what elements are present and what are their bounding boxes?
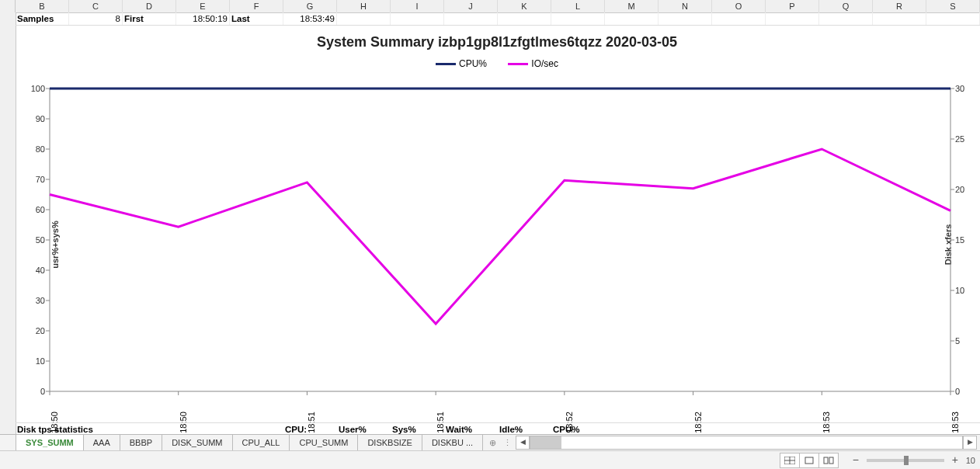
chart-object[interactable]: System Summary izbp1gp8l1zfgtlmes6tqzz 2… (19, 26, 975, 432)
column-heading-C[interactable]: C (69, 0, 123, 12)
legend-label: CPU% (459, 58, 487, 69)
column-heading-F[interactable]: F (230, 0, 283, 12)
column-heading-N[interactable]: N (659, 0, 712, 12)
column-heading-P[interactable]: P (766, 0, 819, 12)
legend-label: IO/sec (531, 58, 558, 69)
sheet-tab-disksumm[interactable]: DISK_SUMM (162, 435, 232, 450)
view-normal-button[interactable] (780, 453, 800, 468)
x-axis-ticks: 18:5018:5018:5118:5118:5218:5218:5318:53 (50, 391, 950, 422)
y-axis-left-ticks: 0102030405060708090100 (26, 89, 45, 391)
column-heading-G[interactable]: G (283, 0, 337, 12)
column-heading-K[interactable]: K (498, 0, 551, 12)
sheet-tab-aaa[interactable]: AAA (84, 435, 120, 450)
sheet-tab-diskbu[interactable]: DISKBU ... (422, 435, 483, 450)
y-axis-right-ticks: 051015202530 (955, 89, 974, 391)
column-heading-R[interactable]: R (873, 0, 926, 12)
column-heading-L[interactable]: L (551, 0, 605, 12)
select-all-corner[interactable] (0, 0, 16, 12)
zoom-out-button[interactable]: − (850, 454, 862, 467)
row-headers (0, 12, 16, 447)
zoom-in-button[interactable]: + (949, 454, 961, 467)
sheet-tab-cpuall[interactable]: CPU_ALL (233, 435, 290, 450)
series-line-IOsec (50, 149, 950, 324)
svg-rect-33 (824, 457, 828, 464)
column-heading-O[interactable]: O (712, 0, 766, 12)
column-heading-B[interactable]: B (16, 0, 69, 12)
column-heading-Q[interactable]: Q (819, 0, 873, 12)
scrollbar-thumb[interactable] (530, 436, 561, 449)
cell-D[interactable]: First (123, 12, 176, 25)
scroll-left-button[interactable]: ◀ (516, 436, 530, 450)
horizontal-scrollbar[interactable]: ◀ ▶ (513, 435, 980, 450)
cell-E[interactable]: 18:50:19 (176, 12, 230, 25)
column-heading-D[interactable]: D (123, 0, 176, 12)
zoom-level-label: 10 (966, 456, 975, 465)
scroll-right-button[interactable]: ▶ (963, 436, 977, 450)
chart-title: System Summary izbp1gp8l1zfgtlmes6tqzz 2… (19, 26, 975, 50)
legend-item-io: IO/sec (508, 58, 558, 69)
column-heading-S[interactable]: S (926, 0, 980, 12)
cell-G[interactable]: 18:53:49 (283, 12, 337, 25)
chart-legend: CPU% IO/sec (19, 58, 975, 69)
column-heading-J[interactable]: J (444, 0, 498, 12)
view-page-layout-button[interactable] (799, 453, 819, 468)
chart-plot-area: usr%+sys% Disk xfers 0102030405060708090… (50, 89, 950, 391)
column-heading-M[interactable]: M (605, 0, 659, 12)
view-page-break-button[interactable] (818, 453, 839, 468)
column-heading-I[interactable]: I (391, 0, 444, 12)
zoom-slider[interactable] (867, 459, 944, 462)
legend-item-cpu: CPU% (436, 58, 487, 69)
tab-options-icon[interactable]: ⋮ (502, 435, 513, 450)
data-row-1: Samples 8 First 18:50:19 Last 18:53:49 (16, 12, 980, 26)
grid-icon (784, 457, 795, 464)
pages-icon (823, 457, 834, 464)
sheet-tab-bar: SYS_SUMMAAABBBPDISK_SUMMCPU_ALLCPU_SUMMD… (0, 434, 980, 450)
column-heading-E[interactable]: E (176, 0, 230, 12)
page-icon (804, 457, 815, 464)
zoom-slider-thumb[interactable] (904, 456, 909, 465)
sheet-tab-cpusumm[interactable]: CPU_SUMM (290, 435, 358, 450)
sheet-tab-syssumm[interactable]: SYS_SUMM (16, 435, 84, 450)
zoom-controls: − + 10 (850, 454, 975, 467)
column-heading-H[interactable]: H (337, 0, 391, 12)
cell-C[interactable]: 8 (69, 12, 123, 25)
svg-rect-34 (829, 457, 833, 464)
column-headers: BCDEFGHIJKLMNOPQRS (0, 0, 980, 13)
cell-F[interactable]: Last (230, 12, 283, 25)
sheet-tab-bbbp[interactable]: BBBP (120, 435, 162, 450)
add-sheet-button[interactable]: ⊕ (483, 435, 502, 450)
status-bar: − + 10 (0, 450, 980, 469)
cell-B[interactable]: Samples (16, 12, 69, 25)
scrollbar-track[interactable] (530, 436, 963, 450)
svg-rect-32 (805, 457, 813, 464)
sheet-tab-diskbsize[interactable]: DISKBSIZE (358, 435, 422, 450)
